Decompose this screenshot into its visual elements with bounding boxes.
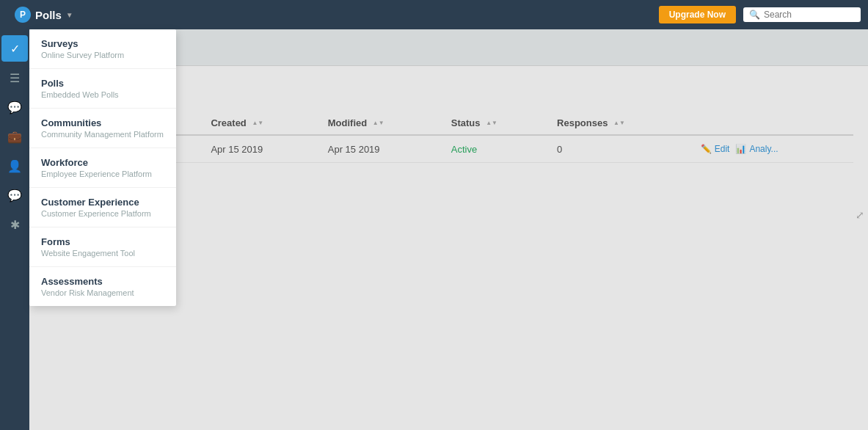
top-nav: P Polls ▼ Upgrade Now 🔍 [0,0,868,29]
search-icon: 🔍 [749,10,760,20]
app-name: Polls [35,9,62,21]
asterisk-icon: ✱ [10,218,20,232]
search-input[interactable] [764,10,859,20]
logo-icon: P [15,7,31,23]
list-icon: ☰ [10,71,20,85]
upgrade-button[interactable]: Upgrade Now [659,6,736,23]
sidebar-item-communities[interactable]: 💬 [1,94,28,120]
search-box: 🔍 [743,7,861,22]
sidebar-item-assessments[interactable]: ✱ [1,211,28,238]
sidebar-item-forms[interactable]: 💬 [1,182,28,208]
sidebar-item-workforce[interactable]: 💼 [1,123,28,150]
person-icon: 👤 [7,159,22,173]
dropdown-item-polls[interactable]: Polls Embedded Web Polls [29,69,176,109]
sidebar: ✓ ☰ 💬 💼 👤 💬 ✱ [0,29,29,430]
sidebar-item-customer-experience[interactable]: 👤 [1,153,28,179]
checkmark-icon: ✓ [10,42,20,56]
chevron-down-icon: ▼ [66,11,73,19]
dropdown-menu: Surveys Online Survey Platform Polls Emb… [29,29,176,306]
briefcase-icon: 💼 [7,130,22,144]
dropdown-item-surveys[interactable]: Surveys Online Survey Platform [29,29,176,69]
dropdown-item-forms[interactable]: Forms Website Engagement Tool [29,227,176,267]
dropdown-item-customer-experience[interactable]: Customer Experience Customer Experience … [29,188,176,227]
app-logo[interactable]: P Polls ▼ [7,7,81,23]
dropdown-item-workforce[interactable]: Workforce Employee Experience Platform [29,148,176,188]
sidebar-item-polls[interactable]: ☰ [1,65,28,91]
dropdown-item-communities[interactable]: Communities Community Management Platfor… [29,109,176,148]
chat-icon: 💬 [7,101,22,114]
dropdown-item-assessments[interactable]: Assessments Vendor Risk Management [29,267,176,306]
sidebar-item-surveys[interactable]: ✓ [1,35,28,62]
forms-icon: 💬 [7,189,22,203]
